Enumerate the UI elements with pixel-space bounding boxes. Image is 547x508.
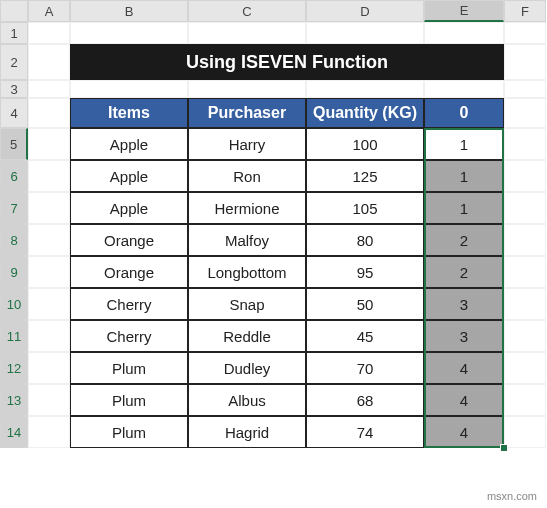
cell[interactable]: [504, 192, 546, 224]
table-row[interactable]: Dudley: [188, 352, 306, 384]
table-row[interactable]: 100: [306, 128, 424, 160]
table-row[interactable]: 50: [306, 288, 424, 320]
cell[interactable]: [504, 384, 546, 416]
table-row[interactable]: Orange: [70, 224, 188, 256]
row-13[interactable]: 13: [0, 384, 28, 416]
row-3[interactable]: 3: [0, 80, 28, 98]
cell[interactable]: [70, 22, 188, 44]
cell[interactable]: [306, 22, 424, 44]
table-row[interactable]: Malfoy: [188, 224, 306, 256]
cell[interactable]: [504, 256, 546, 288]
row-10[interactable]: 10: [0, 288, 28, 320]
cell[interactable]: [504, 98, 546, 128]
row-9[interactable]: 9: [0, 256, 28, 288]
title-cell[interactable]: Using ISEVEN Function: [70, 44, 504, 80]
cell[interactable]: [504, 224, 546, 256]
table-row[interactable]: Harry: [188, 128, 306, 160]
col-A[interactable]: A: [28, 0, 70, 22]
table-row[interactable]: Cherry: [70, 320, 188, 352]
table-row[interactable]: 74: [306, 416, 424, 448]
row-1[interactable]: 1: [0, 22, 28, 44]
cell[interactable]: [28, 224, 70, 256]
table-row[interactable]: Snap: [188, 288, 306, 320]
cell[interactable]: [188, 22, 306, 44]
table-row[interactable]: Reddle: [188, 320, 306, 352]
table-row[interactable]: 95: [306, 256, 424, 288]
cell[interactable]: [28, 416, 70, 448]
cell[interactable]: [504, 416, 546, 448]
table-row[interactable]: Ron: [188, 160, 306, 192]
table-row[interactable]: Plum: [70, 384, 188, 416]
table-row[interactable]: 3: [424, 288, 504, 320]
select-all-corner[interactable]: [0, 0, 28, 22]
cell[interactable]: [504, 160, 546, 192]
row-5[interactable]: 5: [0, 128, 28, 160]
cell[interactable]: [28, 320, 70, 352]
cell[interactable]: [306, 80, 424, 98]
table-row[interactable]: Apple: [70, 192, 188, 224]
row-11[interactable]: 11: [0, 320, 28, 352]
cell[interactable]: [28, 98, 70, 128]
table-row[interactable]: Apple: [70, 128, 188, 160]
cell[interactable]: [28, 22, 70, 44]
header-purchaser[interactable]: Purchaser: [188, 98, 306, 128]
col-E[interactable]: E: [424, 0, 504, 22]
cell[interactable]: [504, 80, 546, 98]
table-row[interactable]: 45: [306, 320, 424, 352]
table-row[interactable]: Hagrid: [188, 416, 306, 448]
table-row[interactable]: 1: [424, 192, 504, 224]
cell[interactable]: [424, 22, 504, 44]
table-row[interactable]: 2: [424, 224, 504, 256]
header-quantity[interactable]: Quantity (KG): [306, 98, 424, 128]
header-items[interactable]: Items: [70, 98, 188, 128]
cell[interactable]: [28, 160, 70, 192]
table-row[interactable]: 4: [424, 384, 504, 416]
cell[interactable]: [28, 256, 70, 288]
table-row[interactable]: Plum: [70, 352, 188, 384]
table-row[interactable]: 125: [306, 160, 424, 192]
table-row[interactable]: Longbottom: [188, 256, 306, 288]
table-row[interactable]: 4: [424, 352, 504, 384]
cell[interactable]: [504, 288, 546, 320]
table-row[interactable]: Plum: [70, 416, 188, 448]
table-row[interactable]: 70: [306, 352, 424, 384]
table-row[interactable]: 80: [306, 224, 424, 256]
row-8[interactable]: 8: [0, 224, 28, 256]
table-row[interactable]: Albus: [188, 384, 306, 416]
table-row[interactable]: Orange: [70, 256, 188, 288]
table-row[interactable]: 1: [424, 128, 504, 160]
table-row[interactable]: 68: [306, 384, 424, 416]
table-row[interactable]: 3: [424, 320, 504, 352]
table-row[interactable]: Apple: [70, 160, 188, 192]
cell[interactable]: [424, 80, 504, 98]
cell[interactable]: [70, 80, 188, 98]
cell[interactable]: [504, 352, 546, 384]
cell[interactable]: [28, 128, 70, 160]
table-row[interactable]: Cherry: [70, 288, 188, 320]
col-F[interactable]: F: [504, 0, 546, 22]
header-group[interactable]: 0: [424, 98, 504, 128]
row-2[interactable]: 2: [0, 44, 28, 80]
cell[interactable]: [28, 80, 70, 98]
cell[interactable]: [504, 128, 546, 160]
col-D[interactable]: D: [306, 0, 424, 22]
cell[interactable]: [28, 192, 70, 224]
cell[interactable]: [188, 80, 306, 98]
col-C[interactable]: C: [188, 0, 306, 22]
fill-handle[interactable]: [500, 444, 508, 452]
col-B[interactable]: B: [70, 0, 188, 22]
cell[interactable]: [28, 384, 70, 416]
row-14[interactable]: 14: [0, 416, 28, 448]
cell[interactable]: [504, 320, 546, 352]
cell[interactable]: [504, 22, 546, 44]
table-row[interactable]: 2: [424, 256, 504, 288]
row-12[interactable]: 12: [0, 352, 28, 384]
row-6[interactable]: 6: [0, 160, 28, 192]
cell[interactable]: [28, 44, 70, 80]
table-row[interactable]: 1: [424, 160, 504, 192]
table-row[interactable]: 105: [306, 192, 424, 224]
row-7[interactable]: 7: [0, 192, 28, 224]
table-row[interactable]: Hermione: [188, 192, 306, 224]
cell[interactable]: [28, 288, 70, 320]
cell[interactable]: [28, 352, 70, 384]
